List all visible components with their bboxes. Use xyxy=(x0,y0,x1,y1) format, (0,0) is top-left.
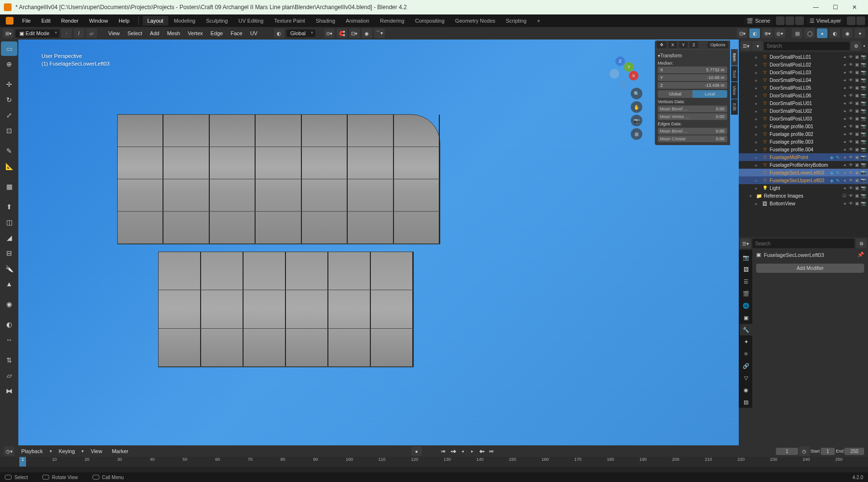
outliner-filter-icon[interactable]: ⚙ xyxy=(851,41,861,51)
outliner-item[interactable]: ▸▽Fuselage profile.001◂👁▣📷 xyxy=(739,122,868,130)
tool-bevel[interactable]: ◢ xyxy=(1,230,17,245)
tab-geometrynodes[interactable]: Geometry Nodes xyxy=(450,16,500,26)
menu-select[interactable]: Select xyxy=(124,29,145,38)
ptab-scene-icon[interactable]: 🎬 xyxy=(740,288,752,299)
menu-mesh[interactable]: Mesh xyxy=(164,29,183,38)
tool-add-cube[interactable]: ▦ xyxy=(1,179,17,194)
new-scene-icon[interactable] xyxy=(786,16,794,25)
tool-inset[interactable]: ◫ xyxy=(1,215,17,229)
tool-shear[interactable]: ▱ xyxy=(1,368,17,383)
mode-dropdown[interactable]: ▣ Edit Mode xyxy=(15,29,59,38)
tab-rendering[interactable]: Rendering xyxy=(375,16,409,26)
tool-knife[interactable]: 🔪 xyxy=(1,261,17,276)
xray-icon[interactable]: ▤ xyxy=(792,28,802,38)
mean-vertex-input[interactable]: 0.00 xyxy=(692,113,727,120)
median-y-input[interactable]: -10.68 m xyxy=(665,74,727,81)
proportional-falloff-icon[interactable]: ⌒▾ xyxy=(374,28,385,38)
outliner-item[interactable]: ▸🖼BottomView◂👁▣📷 xyxy=(739,200,868,207)
outliner-item[interactable]: ▸▽DoorSmallPosLL01◂👁▣📷 xyxy=(739,53,868,61)
menu-file[interactable]: File xyxy=(17,16,36,25)
active-object-name[interactable]: FuselageSecLowerLeft03 xyxy=(764,252,824,258)
tab-compositing[interactable]: Compositing xyxy=(410,16,449,26)
add-modifier-button[interactable]: + Add Modifier xyxy=(756,264,864,273)
outliner-item[interactable]: ▸▽FuselageSecUpperLeft03◈✎◂👁▣📷 xyxy=(739,176,868,184)
menu-edge[interactable]: Edge xyxy=(208,29,226,38)
frame-start-input[interactable]: 1 xyxy=(821,448,835,455)
menu-vertex[interactable]: Vertex xyxy=(185,29,205,38)
properties-type-icon[interactable]: ☰▾ xyxy=(740,239,751,248)
autokey-icon[interactable]: ● xyxy=(411,446,422,456)
axis-x-icon[interactable]: X xyxy=(629,71,638,80)
outliner-item[interactable]: ▸▽DoorSmallPosLU03◂👁▣📷 xyxy=(739,115,868,122)
properties-search-input[interactable] xyxy=(752,239,854,248)
outliner-item[interactable]: ▸▽DoorSmallPosLL02◂👁▣📷 xyxy=(739,61,868,68)
frame-end-input[interactable]: 250 xyxy=(844,448,864,455)
keyframe-prev-icon[interactable]: ◂◆ xyxy=(449,447,458,455)
snap-icon[interactable]: 🧲 xyxy=(337,28,347,38)
jump-start-icon[interactable]: ⏮ xyxy=(439,447,448,455)
mean-crease-input[interactable]: 0.00 xyxy=(692,135,727,142)
timeline-keying[interactable]: Keying xyxy=(56,447,78,455)
play-reverse-icon[interactable]: ◂ xyxy=(459,447,467,455)
outliner-item[interactable]: ▸▽FuselageProfileVeryBottom◂👁▣📷 xyxy=(739,161,868,169)
menu-face[interactable]: Face xyxy=(228,29,245,38)
browse-scene-icon[interactable] xyxy=(776,16,785,25)
preview-range-icon[interactable]: ◷ xyxy=(799,446,810,456)
global-button[interactable]: Global xyxy=(658,90,692,98)
median-x-input[interactable]: 5.7732 m xyxy=(665,67,727,73)
transform-section-header[interactable]: ▾ Transform xyxy=(658,52,727,60)
tool-move[interactable]: ✢ xyxy=(1,77,17,92)
keyframe-next-icon[interactable]: ◆▸ xyxy=(478,447,487,455)
ptab-physics-icon[interactable]: ⚛ xyxy=(740,348,752,360)
overlays-icon[interactable]: ◎▾ xyxy=(774,28,785,38)
ptab-particles-icon[interactable]: ✦ xyxy=(740,336,752,348)
snap-target-icon[interactable]: ⊡▾ xyxy=(349,28,360,38)
tool-scale[interactable]: ⤢ xyxy=(1,108,17,122)
tool-rip[interactable]: ⧓ xyxy=(1,384,17,398)
menu-add2[interactable]: Add xyxy=(147,29,163,38)
pan-icon[interactable]: ✋ xyxy=(631,101,642,113)
viewlayer-selector[interactable]: ☰ ViewLayer xyxy=(807,17,844,25)
axis-y-icon[interactable]: Y xyxy=(624,62,634,72)
shading-solid-icon[interactable]: ● xyxy=(817,28,827,38)
viewport-3d[interactable]: User Perspective (1) FuselageSecLowerLef… xyxy=(18,40,739,482)
outliner-item[interactable]: ▸▽DoorSmallPosLL06◂👁▣📷 xyxy=(739,92,868,99)
mean-bevel-edge-input[interactable]: 0.00 xyxy=(692,128,727,134)
menu-help[interactable]: Help xyxy=(114,16,135,25)
tab-sculpting[interactable]: Sculpting xyxy=(201,16,232,26)
current-frame-input[interactable]: 1 xyxy=(776,448,798,455)
ptab-world-icon[interactable]: 🌐 xyxy=(740,300,752,311)
tool-poly-build[interactable]: ▲ xyxy=(1,277,17,291)
ptab-modifier-icon[interactable]: 🔧 xyxy=(740,324,752,335)
mean-bevel-input[interactable]: 0.00 xyxy=(692,106,727,112)
n-tab-tool[interactable]: Tool xyxy=(731,66,738,82)
tab-shading[interactable]: Shading xyxy=(311,16,340,26)
menu-render[interactable]: Render xyxy=(56,16,83,25)
ptab-constraints-icon[interactable]: 🔗 xyxy=(740,360,752,372)
tool-annotate[interactable]: ✎ xyxy=(1,144,17,158)
properties-options-icon[interactable]: ⚙ xyxy=(856,239,867,248)
axis-z-btn[interactable]: Z xyxy=(690,41,698,48)
ptab-render-icon[interactable]: 📷 xyxy=(740,252,752,263)
axis-neg2-icon[interactable] xyxy=(618,80,628,89)
tool-transform[interactable]: ⊡ xyxy=(1,123,17,138)
outliner-item[interactable]: ▸▽DoorSmallPosLL04◂👁▣📷 xyxy=(739,76,868,84)
n-tab-view[interactable]: View xyxy=(731,82,738,99)
outliner-collection[interactable]: ▾📁Reference Images☑👁▣📷 xyxy=(739,192,868,200)
outliner-item[interactable]: ▸▽FuselageSecLowerLeft03◈✎◂👁▣📷 xyxy=(739,169,868,176)
outliner-item[interactable]: ▸▽Fuselage profile.003◂👁▣📷 xyxy=(739,138,868,146)
outliner-item[interactable]: ▸▽DoorSmallPosLU01◂👁▣📷 xyxy=(739,99,868,107)
tab-modeling[interactable]: Modeling xyxy=(169,16,201,26)
outliner-search-input[interactable] xyxy=(764,42,850,50)
shading-rendered-icon[interactable]: ◉ xyxy=(842,28,853,38)
outliner-item[interactable]: ▸▽DoorSmallPosLU02◂👁▣📷 xyxy=(739,107,868,115)
timeline-view[interactable]: View xyxy=(88,447,105,455)
tool-rotate[interactable]: ↻ xyxy=(1,93,17,107)
tool-extrude[interactable]: ⬆ xyxy=(1,200,17,214)
timeline-playback[interactable]: Playback xyxy=(18,447,46,455)
outliner-item[interactable]: ▸▽FuselageMidPoint◈✎◂👁▣📷 xyxy=(739,153,868,161)
shading-matpreview-icon[interactable]: ◐ xyxy=(829,28,840,38)
tool-loop-cut[interactable]: ⊟ xyxy=(1,246,17,260)
new-viewlayer-icon[interactable] xyxy=(847,16,855,25)
remove-viewlayer-icon[interactable] xyxy=(856,16,865,25)
